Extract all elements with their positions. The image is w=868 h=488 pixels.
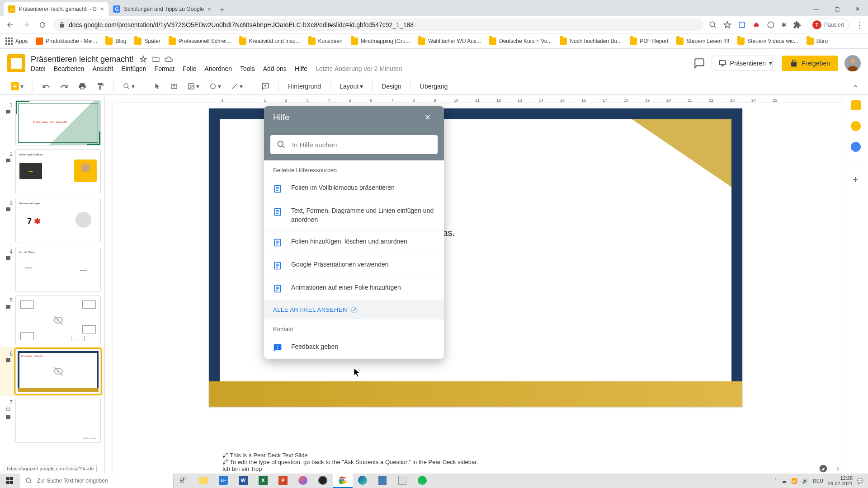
- minimize-button[interactable]: —: [806, 2, 826, 16]
- back-button[interactable]: [5, 19, 15, 30]
- theme-button[interactable]: Design: [379, 81, 404, 92]
- cloud-saved-icon[interactable]: [165, 55, 173, 63]
- extension-icon[interactable]: ✱: [781, 21, 787, 28]
- task-view-icon[interactable]: [174, 474, 193, 488]
- close-window-button[interactable]: ✕: [847, 2, 868, 16]
- transition-button[interactable]: Übergang: [417, 81, 451, 92]
- slide-thumbnail[interactable]: [15, 296, 101, 345]
- profile-chip[interactable]: T Pausiert: [807, 19, 849, 31]
- view-all-articles-link[interactable]: ALLE ARTIKEL ANSEHEN: [264, 300, 444, 319]
- menu-file[interactable]: Datei: [31, 65, 46, 72]
- share-button[interactable]: Freigeben: [782, 56, 838, 71]
- maximize-button[interactable]: ▢: [826, 2, 847, 16]
- notifications-tray-icon[interactable]: 💬: [857, 478, 863, 484]
- next-slide-icon[interactable]: ›: [837, 465, 839, 473]
- undo-button[interactable]: [39, 80, 53, 92]
- cloud-tray-icon[interactable]: ☁: [782, 478, 787, 484]
- select-tool[interactable]: [151, 81, 163, 92]
- present-dropdown[interactable]: ▾: [766, 56, 775, 71]
- slide-thumbnail[interactable]: Präsentieren leicht gemacht!: [15, 100, 101, 145]
- document-title[interactable]: Präsentieren leicht gemacht!: [31, 55, 134, 64]
- background-button[interactable]: Hintergrund: [285, 81, 324, 92]
- edge-taskbar-icon[interactable]: [353, 474, 373, 488]
- taskbar-search[interactable]: Zur Suche Text hier eingeben: [20, 474, 174, 488]
- slide-thumbnail[interactable]: Vielen Dank!: [15, 398, 101, 443]
- redo-button[interactable]: [57, 80, 71, 92]
- move-folder-icon[interactable]: [152, 55, 160, 63]
- chrome-taskbar-icon[interactable]: [333, 474, 353, 488]
- reload-button[interactable]: [37, 19, 48, 30]
- bookmark-folder[interactable]: Kreativität und Insp...: [239, 38, 300, 45]
- keep-icon[interactable]: [851, 100, 861, 110]
- address-bar[interactable]: docs.google.com/presentation/d/1yV372SO5…: [53, 19, 703, 31]
- taskbar-clock[interactable]: 12:28 26.02.2021: [828, 475, 853, 486]
- start-button[interactable]: [0, 474, 20, 488]
- account-avatar[interactable]: [844, 55, 861, 71]
- bookmark-folder[interactable]: Mindmapping (Gru...: [351, 38, 410, 45]
- slides-logo-icon[interactable]: [7, 54, 25, 72]
- menu-tools[interactable]: Tools: [240, 65, 255, 72]
- bookmark-folder[interactable]: PDF Report: [630, 38, 668, 45]
- slide-thumbnail-selected[interactable]: Erste Folie – Beispiel: [15, 349, 101, 394]
- slide-thumbnail[interactable]: Formen einfügen 7 ✱: [15, 198, 101, 243]
- bookmark-folder[interactable]: Steuern Videos wic...: [737, 38, 798, 45]
- word-taskbar-icon[interactable]: W: [233, 474, 253, 488]
- tasks-icon[interactable]: [851, 142, 861, 152]
- bookmark-folder[interactable]: Kursideen: [308, 38, 343, 45]
- zoom-icon[interactable]: [709, 21, 717, 29]
- bookmark-folder[interactable]: Büro: [807, 38, 828, 45]
- menu-insert[interactable]: Einfügen: [121, 65, 146, 72]
- new-slide-button[interactable]: +▾: [8, 80, 26, 92]
- help-search-input[interactable]: [292, 141, 431, 149]
- help-article-link[interactable]: Folien im Vollbildmodus präsentieren: [264, 177, 444, 200]
- menu-addons[interactable]: Add-ons: [263, 65, 287, 72]
- bookmark-folder[interactable]: Steuern Lesen !!!!: [676, 38, 729, 45]
- new-tab-button[interactable]: +: [216, 4, 228, 16]
- print-button[interactable]: [75, 80, 89, 92]
- spotify-taskbar-icon[interactable]: [412, 474, 432, 488]
- layout-button[interactable]: Layout ▾: [337, 81, 366, 92]
- bookmark-item[interactable]: Produktsuche - Mer...: [36, 38, 97, 45]
- add-addon-icon[interactable]: +: [853, 174, 859, 186]
- language-indicator[interactable]: DEU: [813, 478, 823, 483]
- app-taskbar-icon[interactable]: [392, 474, 412, 488]
- help-article-link[interactable]: Text, Formen, Diagramme und Linien einfü…: [264, 200, 444, 231]
- powerpoint-taskbar-icon[interactable]: P: [273, 474, 293, 488]
- bookmark-apps[interactable]: Apps: [5, 38, 28, 45]
- slide-thumbnail[interactable]: Bilder und Grafiken →: [15, 149, 101, 194]
- app-taskbar-icon[interactable]: 99+: [213, 474, 233, 488]
- obs-taskbar-icon[interactable]: [313, 474, 333, 488]
- extensions-menu-icon[interactable]: [793, 21, 801, 29]
- wifi-tray-icon[interactable]: 📶: [791, 478, 797, 484]
- close-dialog-button[interactable]: ×: [420, 110, 435, 125]
- menu-arrange[interactable]: Anordnen: [204, 65, 232, 72]
- present-button[interactable]: Präsentieren: [712, 56, 773, 71]
- extension-icon[interactable]: [738, 21, 746, 29]
- help-article-link[interactable]: Folien hinzufügen, löschen und anordnen: [264, 231, 444, 254]
- extension-icon[interactable]: [767, 21, 775, 29]
- send-feedback-link[interactable]: Feedback geben: [264, 336, 444, 359]
- keep-icon[interactable]: [851, 121, 861, 131]
- comment-tool[interactable]: [259, 80, 272, 92]
- bookmark-folder[interactable]: Deutsche Kurs + Vo...: [489, 38, 552, 45]
- paint-format-button[interactable]: [94, 80, 107, 92]
- forward-button[interactable]: [21, 19, 32, 30]
- close-tab-icon[interactable]: ×: [208, 5, 211, 13]
- star-outline-icon[interactable]: [139, 55, 147, 63]
- collapse-toolbar-icon[interactable]: [852, 83, 859, 90]
- browser-tab[interactable]: G Schulungen und Tipps zu Google ×: [108, 2, 216, 16]
- volume-tray-icon[interactable]: 🔊: [802, 478, 808, 484]
- bookmark-folder[interactable]: Professionell Schrei...: [169, 38, 231, 45]
- bookmark-folder[interactable]: Wahlfächer WU Aus...: [418, 38, 481, 45]
- extension-icon[interactable]: [752, 21, 760, 29]
- app-taskbar-icon[interactable]: [293, 474, 313, 488]
- image-tool[interactable]: ▾: [185, 81, 202, 92]
- excel-taskbar-icon[interactable]: X: [253, 474, 273, 488]
- explorer-taskbar-icon[interactable]: [193, 474, 213, 488]
- menu-format[interactable]: Format: [155, 65, 175, 72]
- comments-icon[interactable]: [693, 57, 705, 69]
- slide-filmstrip[interactable]: 1 Präsentieren leicht gemacht! 2 Bilder …: [0, 95, 105, 474]
- star-icon[interactable]: [723, 21, 731, 29]
- last-edit-text[interactable]: Letzte Änderung vor 2 Minuten: [316, 65, 402, 72]
- app-taskbar-icon[interactable]: [373, 474, 392, 488]
